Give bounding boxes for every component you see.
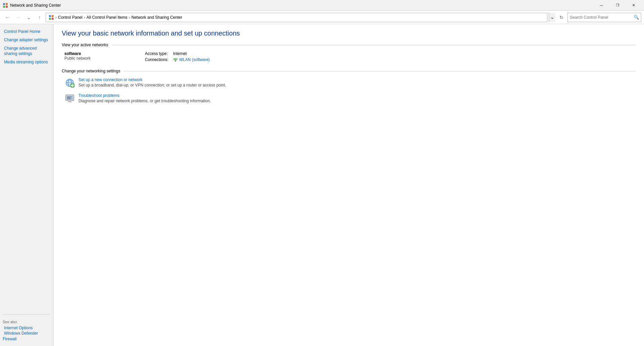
breadcrumb-sep-3: › bbox=[129, 15, 130, 20]
connections-label: Connections: bbox=[145, 57, 172, 62]
breadcrumb-sep-1: › bbox=[55, 15, 57, 20]
main-layout: Control Panel Home Change adapter settin… bbox=[0, 24, 644, 346]
search-input[interactable] bbox=[568, 15, 632, 20]
close-button[interactable]: ✕ bbox=[626, 0, 641, 11]
sidebar-item-adapter[interactable]: Change adapter settings bbox=[3, 37, 51, 44]
sidebar-item-home[interactable]: Control Panel Home bbox=[3, 28, 51, 35]
address-bar: ← → ⌄ ↑ › Control Panel › All Control Pa… bbox=[0, 11, 644, 24]
see-also-title: See also bbox=[3, 320, 51, 324]
change-settings-heading: Change your networking settings bbox=[62, 69, 636, 73]
refresh-button[interactable]: ↻ bbox=[557, 13, 566, 22]
svg-rect-7 bbox=[52, 18, 54, 20]
title-bar: Network and Sharing Center — ❐ ✕ bbox=[0, 0, 644, 11]
svg-point-8 bbox=[175, 61, 176, 61]
network-type: Public network bbox=[64, 56, 145, 61]
new-connection-desc: Set up a broadband, dial-up, or VPN conn… bbox=[78, 83, 226, 88]
page-title: View your basic network information and … bbox=[62, 30, 636, 37]
breadcrumb-all-items[interactable]: All Control Panel Items bbox=[87, 15, 127, 20]
breadcrumb-sep-2: › bbox=[84, 15, 85, 20]
sidebar-item-advanced-sharing[interactable]: Change advanced sharing settings bbox=[3, 45, 51, 58]
up-button[interactable]: ↑ bbox=[35, 13, 44, 22]
breadcrumb-current: Network and Sharing Center bbox=[131, 15, 182, 20]
wlan-link[interactable]: WLAN (software) bbox=[179, 57, 210, 62]
address-dropdown-button[interactable]: ⌄ bbox=[549, 13, 555, 22]
network-info: software Public network Access type: Int… bbox=[62, 51, 636, 62]
breadcrumb-control-panel[interactable]: Control Panel bbox=[58, 15, 83, 20]
access-type-row: Access type: Internet bbox=[145, 51, 210, 56]
restore-button[interactable]: ❐ bbox=[610, 0, 625, 11]
window-title: Network and Sharing Center bbox=[10, 3, 61, 8]
svg-rect-24 bbox=[68, 102, 72, 102]
active-networks-heading: View your active networks bbox=[62, 43, 636, 47]
sidebar-bottom: See also Internet Options Windows Defend… bbox=[3, 314, 51, 342]
troubleshoot-icon bbox=[64, 93, 75, 105]
svg-rect-1 bbox=[6, 3, 8, 5]
search-box: 🔍 bbox=[568, 13, 641, 22]
access-type-label: Access type: bbox=[145, 51, 172, 56]
svg-rect-0 bbox=[3, 3, 5, 5]
network-details: Access type: Internet Connections: WLAN … bbox=[145, 51, 210, 62]
sidebar-nav: Control Panel Home Change adapter settin… bbox=[3, 28, 51, 66]
sidebar-item-media-streaming[interactable]: Media streaming options bbox=[3, 59, 51, 66]
troubleshoot-desc: Diagnose and repair network problems, or… bbox=[78, 99, 211, 103]
network-name-col: software Public network bbox=[64, 51, 145, 62]
svg-rect-4 bbox=[49, 15, 51, 17]
access-type-value: Internet bbox=[173, 51, 187, 56]
svg-rect-2 bbox=[3, 6, 5, 8]
title-bar-left: Network and Sharing Center bbox=[3, 3, 61, 8]
back-button[interactable]: ← bbox=[3, 13, 12, 22]
dropdown-button[interactable]: ⌄ bbox=[24, 13, 34, 22]
connections-row: Connections: WLAN (software) bbox=[145, 57, 210, 62]
troubleshoot-link[interactable]: Troubleshoot problems bbox=[78, 93, 211, 98]
troubleshoot-text: Troubleshoot problems Diagnose and repai… bbox=[78, 93, 211, 103]
svg-rect-3 bbox=[6, 6, 8, 8]
sidebar-item-firewall[interactable]: Windows Defender Firewall bbox=[3, 330, 38, 342]
settings-list: Set up a new connection or network Set u… bbox=[62, 77, 636, 105]
svg-rect-6 bbox=[49, 18, 51, 20]
sidebar-item-internet-options[interactable]: Internet Options bbox=[3, 325, 34, 331]
forward-button[interactable]: → bbox=[13, 13, 23, 22]
content-area: View your basic network information and … bbox=[54, 24, 644, 346]
network-name: software bbox=[64, 51, 145, 56]
wifi-icon bbox=[173, 58, 178, 62]
svg-rect-23 bbox=[69, 101, 71, 102]
settings-item-new-connection: Set up a new connection or network Set u… bbox=[64, 77, 636, 89]
app-icon bbox=[3, 3, 8, 8]
sidebar: Control Panel Home Change adapter settin… bbox=[0, 24, 54, 346]
new-connection-icon bbox=[64, 77, 75, 89]
address-path: › Control Panel › All Control Panel Item… bbox=[46, 13, 547, 22]
minimize-button[interactable]: — bbox=[594, 0, 609, 11]
title-bar-controls: — ❐ ✕ bbox=[594, 0, 641, 11]
svg-rect-5 bbox=[52, 15, 54, 17]
search-button[interactable]: 🔍 bbox=[632, 13, 641, 22]
new-connection-link[interactable]: Set up a new connection or network bbox=[78, 77, 226, 82]
settings-item-troubleshoot: Troubleshoot problems Diagnose and repai… bbox=[64, 93, 636, 105]
path-icon bbox=[49, 15, 54, 20]
new-connection-text: Set up a new connection or network Set u… bbox=[78, 77, 226, 88]
